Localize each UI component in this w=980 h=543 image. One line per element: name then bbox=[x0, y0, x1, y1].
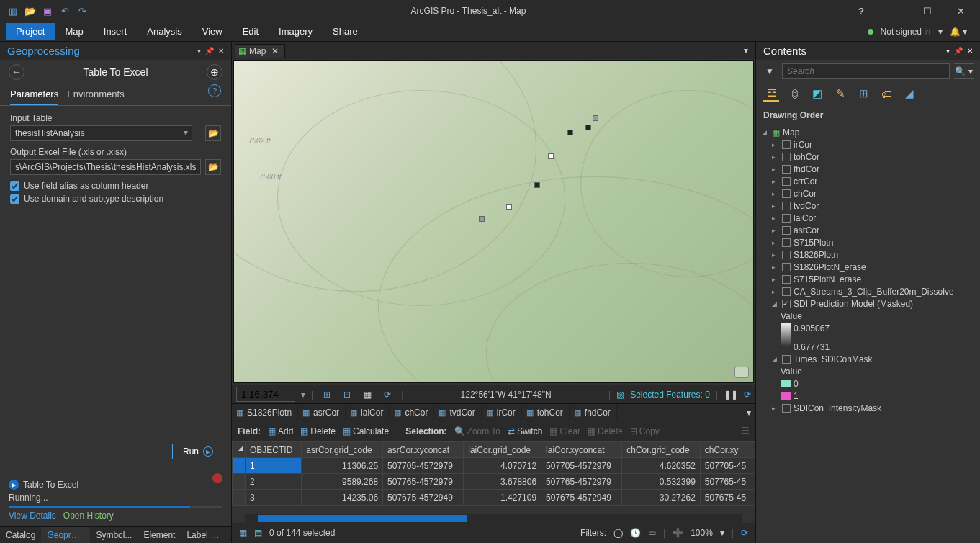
drawing-order-icon[interactable]: ☲ bbox=[763, 86, 779, 102]
tab-analysis[interactable]: Analysis bbox=[137, 23, 192, 40]
scale-input[interactable] bbox=[236, 387, 295, 402]
snap-icon[interactable]: ⊡ bbox=[339, 387, 355, 403]
labeling-icon[interactable]: 🏷 bbox=[878, 86, 894, 102]
table-row[interactable]: 1 11306.25507705-4572979 4.070712507705-… bbox=[233, 458, 755, 474]
tab-edit[interactable]: Edit bbox=[233, 23, 269, 40]
layer-times[interactable]: Times_SDIConMask bbox=[794, 354, 873, 364]
copy-button[interactable]: ⊟Copy bbox=[630, 426, 660, 436]
ttab-fhdcor[interactable]: ▦fhdCor bbox=[570, 405, 617, 420]
refresh-icon[interactable]: ⟳ bbox=[744, 390, 751, 400]
run-button[interactable]: Run▶ bbox=[172, 444, 222, 459]
output-file-field[interactable] bbox=[10, 159, 201, 175]
dynamic-icon[interactable]: ⟳ bbox=[379, 387, 395, 403]
explore-icon[interactable]: ⊞ bbox=[319, 387, 335, 403]
contents-close-icon[interactable]: ✕ bbox=[967, 47, 973, 55]
layer-item[interactable]: laiCor bbox=[794, 213, 816, 223]
tab-imagery[interactable]: Imagery bbox=[269, 23, 323, 40]
layer-item[interactable]: chCor bbox=[794, 189, 817, 199]
basemap-attr-icon[interactable] bbox=[734, 367, 749, 378]
col-chxy[interactable]: chCor.xy bbox=[700, 442, 755, 458]
layer-sdi[interactable]: SDI Prediction Model (Masked) bbox=[794, 299, 913, 309]
layer-item[interactable]: tvdCor bbox=[794, 201, 819, 211]
calculate-button[interactable]: ▦Calculate bbox=[343, 426, 389, 436]
btab-symbology[interactable]: Symbol... bbox=[90, 527, 138, 543]
switch-button[interactable]: ⇄Switch bbox=[508, 426, 542, 436]
layer-item[interactable]: asrCor bbox=[794, 225, 819, 235]
subtab-parameters[interactable]: Parameters bbox=[10, 84, 58, 105]
undo-icon[interactable]: ↶ bbox=[59, 5, 71, 17]
close-map-icon[interactable]: ✕ bbox=[271, 46, 279, 56]
tab-share[interactable]: Share bbox=[323, 23, 368, 40]
pause-icon[interactable]: ❚❚ bbox=[724, 390, 738, 400]
snapping-icon[interactable]: ⊞ bbox=[855, 86, 871, 102]
signin-link[interactable]: Not signed in bbox=[881, 27, 931, 37]
close-button[interactable]: ✕ bbox=[944, 0, 977, 22]
filter-icon[interactable]: ▼ bbox=[762, 63, 778, 79]
minimize-button[interactable]: — bbox=[878, 0, 911, 22]
table-tabs-menu[interactable]: ▾ bbox=[742, 408, 755, 418]
map-view-tab[interactable]: ▦ Map ✕ bbox=[235, 44, 285, 58]
col-asrxy[interactable]: asrCor.xyconcat bbox=[383, 442, 464, 458]
view-details-link[interactable]: View Details bbox=[9, 511, 56, 521]
grid-icon[interactable]: ▦ bbox=[359, 387, 375, 403]
subtab-environments[interactable]: Environments bbox=[67, 84, 124, 105]
help-button[interactable]: ? bbox=[845, 0, 878, 22]
contents-tree[interactable]: ◢▦Map ▸irCor▸tohCor▸fhdCor▸crrCor▸chCor▸… bbox=[756, 123, 980, 543]
btab-catalog[interactable]: Catalog bbox=[0, 527, 41, 543]
table-row[interactable]: 29589.268507765-4572979 3.678806507765-4… bbox=[233, 474, 755, 490]
btab-element[interactable]: Element bbox=[138, 527, 181, 543]
autohide-icon[interactable]: ▾ bbox=[197, 47, 201, 55]
layer-item[interactable]: CA_Streams_3_Clip_Buffer20m_Dissolve bbox=[794, 287, 954, 297]
filter-extent-icon[interactable]: ◯ bbox=[613, 528, 623, 538]
input-table-field[interactable] bbox=[10, 125, 192, 141]
layer-item[interactable]: S1826Plotn bbox=[794, 250, 838, 260]
ttab-ircor[interactable]: ▦irCor bbox=[482, 405, 522, 420]
btab-geoprocessing[interactable]: Geoproce... bbox=[41, 527, 90, 543]
save-icon[interactable]: ▣ bbox=[42, 5, 53, 17]
delete-field-button[interactable]: ▦Delete bbox=[300, 426, 336, 436]
delete-sel-button[interactable]: ▦Delete bbox=[588, 426, 623, 436]
ttab-tohcor[interactable]: ▦tohCor bbox=[522, 405, 570, 420]
tab-insert[interactable]: Insert bbox=[94, 23, 138, 40]
help-icon[interactable]: ? bbox=[208, 84, 221, 97]
ttab-s1826[interactable]: ▦S1826Plotn bbox=[232, 405, 298, 420]
ttab-laicor[interactable]: ▦laiCor bbox=[346, 405, 390, 420]
pin-icon[interactable]: 📌 bbox=[205, 47, 214, 55]
table-refresh-icon[interactable]: ⟳ bbox=[741, 528, 748, 538]
show-all-icon[interactable]: ▦ bbox=[239, 528, 247, 538]
contents-search-input[interactable] bbox=[782, 63, 950, 79]
col-chgrid[interactable]: chCor.grid_code bbox=[622, 442, 701, 458]
open-project-icon[interactable]: 📂 bbox=[24, 5, 36, 17]
close-pane-icon[interactable]: ✕ bbox=[218, 47, 224, 55]
browse-input-button[interactable]: 📂 bbox=[205, 125, 221, 141]
contents-pin-icon[interactable]: 📌 bbox=[954, 47, 963, 55]
filter-range-icon[interactable]: ▭ bbox=[648, 528, 656, 538]
col-objectid[interactable]: OBJECTID bbox=[246, 442, 302, 458]
filter-time-icon[interactable]: 🕓 bbox=[630, 528, 641, 538]
open-history-link[interactable]: Open History bbox=[63, 511, 114, 521]
map-node[interactable]: Map bbox=[783, 127, 799, 138]
browse-output-button[interactable]: 📂 bbox=[205, 159, 221, 175]
col-laigrid[interactable]: laiCor.grid_code bbox=[464, 442, 541, 458]
tab-project[interactable]: Project bbox=[6, 23, 55, 40]
new-project-icon[interactable]: ▥ bbox=[7, 5, 19, 17]
map-canvas[interactable]: 7602 ft 7500 ft bbox=[233, 60, 754, 383]
col-asrgrid[interactable]: asrCor.grid_code bbox=[302, 442, 383, 458]
table-row[interactable]: 314235.06507675-4572949 1.427109507675-4… bbox=[233, 490, 755, 506]
show-selected-icon[interactable]: ▤ bbox=[254, 528, 262, 538]
ttab-asrcor[interactable]: ▦asrCor bbox=[298, 405, 346, 420]
editing-icon[interactable]: ✎ bbox=[832, 86, 848, 102]
selection-icon[interactable]: ◩ bbox=[809, 86, 825, 102]
ttab-tvdcor[interactable]: ▦tvdCor bbox=[434, 405, 481, 420]
layer-item[interactable]: crrCor bbox=[794, 176, 817, 187]
col-laixy[interactable]: laiCor.xyconcat bbox=[541, 442, 622, 458]
redo-icon[interactable]: ↷ bbox=[76, 5, 88, 17]
btab-labelclass[interactable]: Label Cl... bbox=[181, 527, 230, 543]
perspective-icon[interactable]: ◢ bbox=[902, 86, 917, 102]
field-alias-checkbox[interactable]: Use field alias as column header bbox=[10, 181, 221, 191]
table-hscroll[interactable] bbox=[245, 514, 742, 523]
data-source-icon[interactable]: 🛢 bbox=[786, 86, 802, 102]
notifications-icon[interactable]: 🔔 ▾ bbox=[950, 27, 967, 37]
layer-item[interactable]: S715PlotN_erase bbox=[794, 274, 861, 284]
layer-last[interactable]: SDICon_IntensityMask bbox=[794, 403, 881, 413]
